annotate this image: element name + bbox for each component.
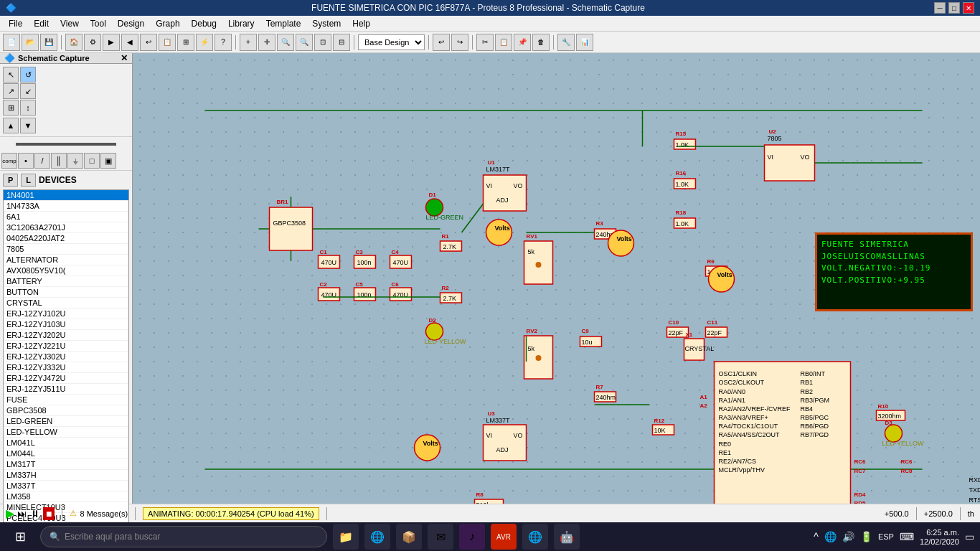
stop-button[interactable]: ■ — [43, 507, 55, 520]
tb-open[interactable]: 📂 — [22, 34, 39, 51]
tray-network[interactable]: 🌐 — [824, 531, 837, 542]
devices-list-item[interactable]: BUTTON — [4, 287, 128, 298]
devices-list-item[interactable]: LM044L — [4, 448, 128, 459]
devices-list-item[interactable]: LED-YELLOW — [4, 427, 128, 438]
tb-zoom-sel[interactable]: ⊟ — [333, 34, 350, 51]
devices-list-item[interactable]: 04025A220JAT2 — [4, 233, 128, 244]
taskbar-app-chrome[interactable]: 🌐 — [522, 524, 548, 550]
tb-copy2[interactable]: 📋 — [495, 34, 512, 51]
tool-power[interactable]: ⏚ — [67, 153, 83, 169]
menu-view[interactable]: View — [55, 17, 85, 30]
pause-button[interactable]: ⏸ — [30, 508, 40, 519]
tb-zap[interactable]: ⚡ — [196, 34, 213, 51]
devices-list-item[interactable]: 1N4733A — [4, 201, 128, 212]
tb-sim[interactable]: 📊 — [576, 34, 593, 51]
tb-cut2[interactable]: ✂ — [476, 34, 494, 51]
menu-tool[interactable]: Tool — [85, 17, 112, 30]
tool-component[interactable]: ↺ — [20, 67, 36, 83]
tb-zoom-fit[interactable]: ⊡ — [314, 34, 331, 51]
menu-edit[interactable]: Edit — [28, 17, 55, 30]
tb-cut[interactable]: ◀ — [121, 34, 138, 51]
menu-library[interactable]: Library — [222, 17, 260, 30]
taskbar-app-avr[interactable]: AVR — [491, 524, 517, 550]
tb-zoom-in[interactable]: 🔍 — [277, 34, 294, 51]
devices-list-item[interactable]: 3C12063A2701J — [4, 222, 128, 233]
tb-redo[interactable]: 📋 — [159, 34, 176, 51]
devices-list-item[interactable]: LM317T — [4, 459, 128, 470]
language-indicator[interactable]: ESP — [878, 532, 894, 541]
tray-battery[interactable]: 🔋 — [860, 531, 872, 542]
devices-list-item[interactable]: ERJ-12ZYJ103U — [4, 319, 128, 330]
menu-design[interactable]: Design — [112, 17, 150, 30]
tray-keyboard[interactable]: ⌨ — [900, 531, 914, 542]
taskbar-app-edge[interactable]: 🌐 — [364, 524, 390, 550]
tb-redo2[interactable]: ↪ — [451, 34, 468, 51]
tool-label[interactable]: ⊞ — [3, 100, 19, 116]
tool-up[interactable]: ▲ — [3, 118, 19, 133]
tb-home[interactable]: 🏠 — [65, 34, 83, 51]
start-button[interactable]: ⊞ — [6, 522, 34, 551]
tray-volume[interactable]: 🔊 — [842, 531, 854, 542]
tb-save[interactable]: 💾 — [40, 34, 57, 51]
devices-list-item[interactable]: 1N4001 — [4, 190, 128, 201]
tool-component2[interactable]: comp — [1, 153, 17, 169]
devices-list-item[interactable]: ERJ-12ZYJ332U — [4, 362, 128, 373]
tb-paste[interactable]: ▶ — [103, 34, 120, 51]
tool-wire2[interactable]: / — [34, 153, 50, 169]
close-button[interactable]: ✕ — [963, 2, 974, 14]
tool-wire[interactable]: ↗ — [3, 83, 19, 99]
tb-paste2[interactable]: 📌 — [514, 34, 531, 51]
tool-text[interactable]: ↕ — [20, 100, 36, 116]
maximize-button[interactable]: □ — [948, 2, 960, 14]
devices-list-item[interactable]: BATTERY — [4, 276, 128, 287]
taskbar-app-explorer[interactable]: 📁 — [333, 524, 359, 550]
devices-list-item[interactable]: ERJ-12ZYJ511U — [4, 384, 128, 395]
menu-template[interactable]: Template — [260, 17, 307, 30]
tool-bus2[interactable]: ║ — [51, 153, 67, 169]
tb-prop[interactable]: 🔧 — [557, 34, 575, 51]
tb-undo[interactable]: ↩ — [140, 34, 157, 51]
schematic-tab-close[interactable]: ✕ — [121, 53, 128, 63]
devices-list-item[interactable]: LM041L — [4, 438, 128, 448]
tb-plus[interactable]: + — [240, 34, 257, 51]
tool-bus[interactable]: ↙ — [20, 83, 36, 99]
devices-list-item[interactable]: 6A1 — [4, 212, 128, 222]
tool-down[interactable]: ▼ — [20, 118, 36, 133]
devices-list-item[interactable]: LM337T — [4, 481, 128, 491]
tray-show-desktop[interactable]: ▭ — [965, 531, 974, 542]
taskbar-app-music[interactable]: ♪ — [459, 524, 485, 550]
devices-list-item[interactable]: ERJ-12ZYJ102U — [4, 309, 128, 319]
tb-delete[interactable]: 🗑 — [532, 34, 550, 51]
devices-list-item[interactable]: ERJ-12ZYJ202U — [4, 330, 128, 341]
taskbar-app-robot[interactable]: 🤖 — [554, 524, 580, 550]
menu-debug[interactable]: Debug — [186, 17, 222, 30]
tool-hier[interactable]: ▣ — [100, 153, 116, 169]
tool-select[interactable]: ↖ — [3, 67, 19, 83]
tray-icon-1[interactable]: ^ — [814, 531, 819, 542]
tb-zoom-out[interactable]: 🔍 — [296, 34, 313, 51]
devices-list-item[interactable]: ERJ-12ZYJ472U — [4, 373, 128, 384]
menu-system[interactable]: System — [306, 17, 347, 30]
minimize-button[interactable]: ─ — [934, 2, 946, 14]
tool-junction[interactable]: • — [18, 153, 34, 169]
devices-l-btn[interactable]: L — [21, 174, 36, 187]
devices-list-item[interactable]: 7805 — [4, 244, 128, 255]
menu-help[interactable]: Help — [347, 17, 376, 30]
tb-help[interactable]: ? — [215, 34, 232, 51]
taskbar-app-mail[interactable]: ✉ — [428, 524, 453, 550]
schematic-canvas[interactable]: BR1 GBPC3508 C1 470U C3 100n C4 470U C2 … — [133, 53, 980, 504]
tb-move[interactable]: ✛ — [258, 34, 275, 51]
devices-list-item[interactable]: LM337H — [4, 470, 128, 481]
search-bar[interactable]: 🔍 Escribe aquí para buscar — [40, 526, 327, 547]
devices-list[interactable]: 1N40011N4733A6A13C12063A2701J04025A220JA… — [3, 189, 129, 551]
step-button[interactable]: ⏭ — [17, 508, 27, 519]
tb-copy[interactable]: ⚙ — [84, 34, 101, 51]
devices-list-item[interactable]: ERJ-12ZYJ302U — [4, 352, 128, 362]
devices-list-item[interactable]: FUSE — [4, 395, 128, 405]
play-button[interactable]: ▶ — [6, 507, 14, 520]
tb-undo2[interactable]: ↩ — [433, 34, 450, 51]
devices-list-item[interactable]: AVX0805Y5V10( — [4, 265, 128, 276]
devices-p-btn[interactable]: P — [3, 174, 18, 187]
devices-list-item[interactable]: LED-GREEN — [4, 416, 128, 427]
devices-list-item[interactable]: LM358 — [4, 491, 128, 502]
